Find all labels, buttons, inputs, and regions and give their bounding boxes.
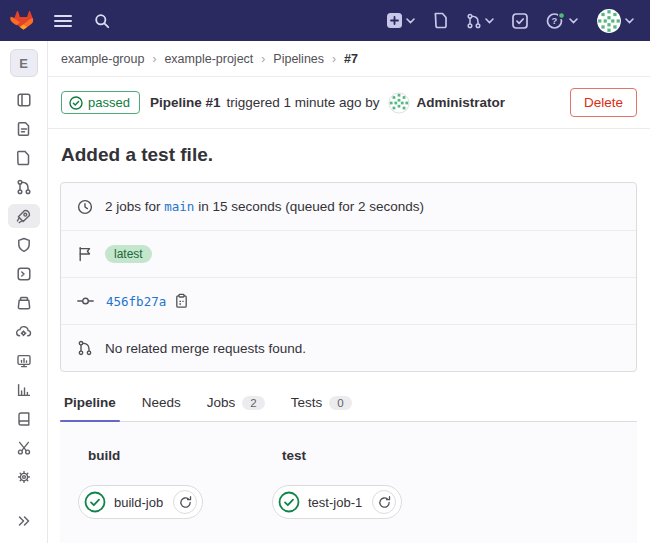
breadcrumb-project-link[interactable]: example-project <box>164 52 253 66</box>
breadcrumb-current-pipeline: #7 <box>344 52 358 66</box>
copy-to-clipboard-icon <box>174 293 189 309</box>
triggerer-name[interactable]: Administrator <box>417 95 506 110</box>
flag-icon <box>77 246 93 262</box>
search-icon <box>94 13 110 29</box>
no-merge-requests-text: No related merge requests found. <box>105 341 306 356</box>
jobs-count-text: 2 jobs for <box>105 199 161 214</box>
merge-request-icon <box>77 340 93 356</box>
stage-name: build <box>78 448 236 463</box>
scissors-icon <box>16 440 32 456</box>
commit-sha-link[interactable]: 456fb27a <box>106 294 166 309</box>
copy-commit-sha-button[interactable] <box>174 293 189 309</box>
breadcrumb: example-group › example-project › Pipeli… <box>48 41 650 77</box>
sidebar-item-snippets[interactable] <box>8 436 40 460</box>
status-badge[interactable]: passed <box>61 91 140 114</box>
sidebar-item-analytics[interactable] <box>8 378 40 402</box>
user-avatar-button[interactable] <box>592 4 638 38</box>
commit-icon <box>77 293 94 309</box>
tab-pipeline[interactable]: Pipeline <box>60 387 120 421</box>
help-button[interactable]: ? <box>542 8 582 34</box>
sidebar-item-monitor[interactable] <box>8 349 40 373</box>
status-badge-label: passed <box>88 95 130 110</box>
sidebar-item-project-information[interactable] <box>8 88 40 112</box>
help-icon: ? <box>546 12 566 30</box>
search-button[interactable] <box>90 9 114 33</box>
gitlab-logo[interactable] <box>10 8 36 33</box>
triggerer-avatar[interactable] <box>388 92 410 114</box>
user-avatar <box>596 8 622 34</box>
todos-button[interactable] <box>508 9 532 33</box>
pipeline-summary-card: 2 jobs for main in 15 seconds (queued fo… <box>60 182 637 372</box>
tab-jobs[interactable]: Jobs 2 <box>203 387 269 421</box>
job-pill-build-job[interactable]: build-job <box>78 485 203 519</box>
tab-pipeline-label: Pipeline <box>64 395 116 410</box>
pipeline-status-row: passed Pipeline #1 triggered 1 minute ag… <box>48 77 650 129</box>
breadcrumb-pipelines-link[interactable]: Pipelines <box>273 52 324 66</box>
delete-button[interactable]: Delete <box>570 88 637 117</box>
sidebar-item-issues[interactable] <box>8 146 40 170</box>
issues-button[interactable] <box>429 8 452 33</box>
breadcrumb-separator: › <box>261 52 265 66</box>
chevron-down-icon <box>406 18 415 24</box>
jobs-duration-row: 2 jobs for main in 15 seconds (queued fo… <box>61 183 636 230</box>
sidebar-item-deployments[interactable] <box>8 262 40 286</box>
job-pill-test-job-1[interactable]: test-job-1 <box>272 485 402 519</box>
stage-name: test <box>272 448 430 463</box>
sidebar-item-settings[interactable] <box>8 465 40 489</box>
retry-job-button[interactable] <box>173 490 197 514</box>
repository-icon <box>16 121 32 137</box>
merge-requests-button[interactable] <box>462 9 498 33</box>
job-success-icon <box>278 491 300 513</box>
svg-text:?: ? <box>552 15 558 26</box>
retry-job-button[interactable] <box>372 490 396 514</box>
main-content: example-group › example-project › Pipeli… <box>48 41 650 543</box>
issues-icon <box>433 12 448 29</box>
branch-link[interactable]: main <box>164 199 194 214</box>
todo-check-icon <box>512 13 528 29</box>
project-sidebar: E <box>0 41 48 543</box>
duration-text: in 15 seconds (queued for 2 seconds) <box>198 199 424 214</box>
issues-icon <box>16 150 31 166</box>
chevron-double-right-icon <box>17 515 31 527</box>
monitor-icon <box>16 353 32 369</box>
sidebar-item-merge-requests[interactable] <box>8 175 40 199</box>
tab-needs-label: Needs <box>142 395 181 410</box>
merge-request-icon <box>466 13 482 29</box>
project-information-icon <box>16 92 32 108</box>
check-circle-icon <box>69 96 83 110</box>
wiki-book-icon <box>16 411 32 427</box>
breadcrumb-separator: › <box>152 52 156 66</box>
project-avatar[interactable]: E <box>10 49 38 77</box>
sidebar-item-packages[interactable] <box>8 291 40 315</box>
gitlab-app: ? <box>0 0 650 543</box>
tab-tests-label: Tests <box>291 395 323 410</box>
sidebar-collapse-button[interactable] <box>8 509 40 533</box>
retry-icon <box>179 496 192 509</box>
job-success-icon <box>84 491 106 513</box>
merge-request-icon <box>16 179 32 195</box>
plus-square-icon <box>386 12 403 29</box>
stage-column-test: test test-job-1 <box>272 448 430 543</box>
page-title: Added a test file. <box>48 129 650 180</box>
sidebar-item-cicd[interactable] <box>8 204 40 228</box>
create-new-button[interactable] <box>382 8 419 33</box>
job-name: build-job <box>114 495 165 510</box>
tests-count-badge: 0 <box>329 396 351 410</box>
top-navbar: ? <box>0 0 650 41</box>
breadcrumb-separator: › <box>332 52 336 66</box>
pipeline-number: Pipeline #1 <box>150 95 221 110</box>
merge-requests-row: No related merge requests found. <box>61 324 636 371</box>
sidebar-item-security[interactable] <box>8 233 40 257</box>
tab-tests[interactable]: Tests 0 <box>287 387 356 421</box>
breadcrumb-group-link[interactable]: example-group <box>61 52 144 66</box>
chevron-down-icon <box>569 18 578 24</box>
sidebar-item-infrastructure[interactable] <box>8 320 40 344</box>
rocket-icon <box>15 208 32 225</box>
tab-needs[interactable]: Needs <box>138 387 185 421</box>
sidebar-item-repository[interactable] <box>8 117 40 141</box>
commit-row: 456fb27a <box>61 277 636 324</box>
hamburger-menu-button[interactable] <box>50 10 76 32</box>
sidebar-item-wiki[interactable] <box>8 407 40 431</box>
latest-badge[interactable]: latest <box>105 245 152 263</box>
package-bag-icon <box>16 295 32 311</box>
